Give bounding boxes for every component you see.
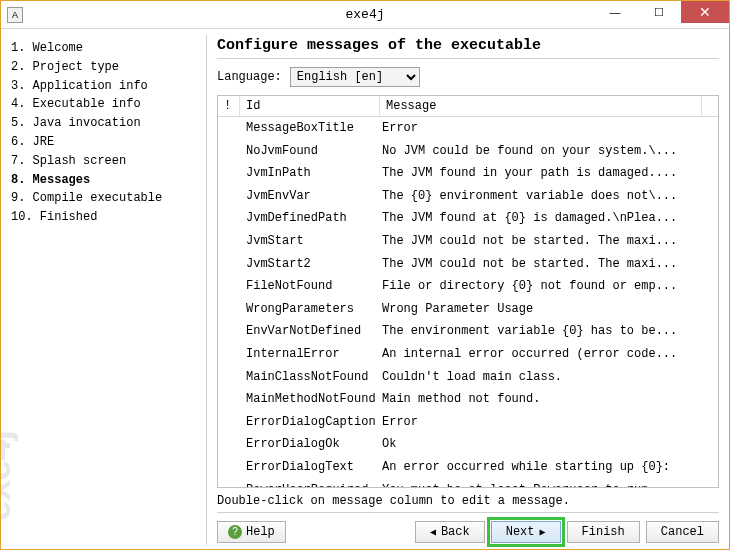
sidebar-item-step-3[interactable]: 3. Application info [11, 77, 198, 96]
cell-mark [218, 368, 240, 387]
language-select[interactable]: English [en] [290, 67, 420, 87]
title-bar: A exe4j — ☐ ✕ [1, 1, 729, 29]
sidebar-item-step-8[interactable]: 8. Messages [11, 171, 198, 190]
maximize-button[interactable]: ☐ [637, 1, 681, 23]
cell-message[interactable]: Main method not found. [380, 390, 718, 409]
table-row[interactable]: FileNotFoundFile or directory {0} not fo… [218, 275, 718, 298]
cell-id: MainClassNotFound [240, 368, 380, 387]
cell-mark [218, 322, 240, 341]
cell-mark [218, 435, 240, 454]
cell-mark [218, 481, 240, 488]
table-row[interactable]: MessageBoxTitleError [218, 117, 718, 140]
messages-table: ! Id Message MessageBoxTitleErrorNoJvmFo… [217, 95, 719, 488]
table-row[interactable]: JvmStartThe JVM could not be started. Th… [218, 230, 718, 253]
cell-message[interactable]: Ok [380, 435, 718, 454]
cell-id: FileNotFound [240, 277, 380, 296]
table-row[interactable]: MainClassNotFoundCouldn't load main clas… [218, 366, 718, 389]
sidebar-item-step-1[interactable]: 1. Welcome [11, 39, 198, 58]
window-title: exe4j [345, 7, 384, 22]
window-controls: — ☐ ✕ [593, 1, 729, 28]
sidebar-item-step-6[interactable]: 6. JRE [11, 133, 198, 152]
app-icon: A [7, 7, 23, 23]
sidebar-item-step-2[interactable]: 2. Project type [11, 58, 198, 77]
sidebar-item-step-7[interactable]: 7. Splash screen [11, 152, 198, 171]
cell-message[interactable]: Error [380, 413, 718, 432]
cell-mark [218, 390, 240, 409]
finish-label: Finish [582, 525, 625, 539]
table-row[interactable]: ErrorDialogOkOk [218, 433, 718, 456]
table-row[interactable]: MainMethodNotFoundMain method not found. [218, 388, 718, 411]
table-row[interactable]: JvmDefinedPathThe JVM found at {0} is da… [218, 207, 718, 230]
cell-id: WrongParameters [240, 300, 380, 319]
help-label: Help [246, 525, 275, 539]
cancel-label: Cancel [661, 525, 704, 539]
cell-id: NoJvmFound [240, 142, 380, 161]
table-row[interactable]: JvmStart2The JVM could not be started. T… [218, 253, 718, 276]
cell-mark [218, 300, 240, 319]
table-row[interactable]: PowerUserRequiredYou must be at least Po… [218, 479, 718, 488]
column-spacer [702, 96, 718, 116]
next-label: Next [506, 525, 535, 539]
cell-message[interactable]: You must be at least Poweruser to run ..… [380, 481, 718, 488]
arrow-left-icon: ◀ [430, 526, 436, 538]
cell-message[interactable]: Couldn't load main class. [380, 368, 718, 387]
table-row[interactable]: JvmEnvVarThe {0} environment variable do… [218, 185, 718, 208]
main-panel: Configure messages of the executable Lan… [207, 29, 729, 550]
hint-text: Double-click on message column to edit a… [217, 488, 719, 512]
page-title: Configure messages of the executable [217, 37, 719, 59]
language-row: Language: English [en] [217, 67, 719, 87]
sidebar-item-step-9[interactable]: 9. Compile executable [11, 189, 198, 208]
table-body[interactable]: MessageBoxTitleErrorNoJvmFoundNo JVM cou… [218, 117, 718, 487]
table-row[interactable]: JvmInPathThe JVM found in your path is d… [218, 162, 718, 185]
cell-id: JvmEnvVar [240, 187, 380, 206]
cell-message[interactable]: The JVM could not be started. The maxi..… [380, 255, 718, 274]
table-row[interactable]: InternalErrorAn internal error occurred … [218, 343, 718, 366]
column-id[interactable]: Id [240, 96, 380, 116]
cell-mark [218, 277, 240, 296]
cell-mark [218, 345, 240, 364]
cell-id: InternalError [240, 345, 380, 364]
column-message[interactable]: Message [380, 96, 702, 116]
table-row[interactable]: NoJvmFoundNo JVM could be found on your … [218, 140, 718, 163]
help-icon: ? [228, 525, 242, 539]
cell-message[interactable]: An error occurred while starting up {0}: [380, 458, 718, 477]
cell-message[interactable]: The JVM found at {0} is damaged.\nPlea..… [380, 209, 718, 228]
cell-id: ErrorDialogOk [240, 435, 380, 454]
column-mark[interactable]: ! [218, 96, 240, 116]
cell-message[interactable]: Wrong Parameter Usage [380, 300, 718, 319]
cell-id: JvmInPath [240, 164, 380, 183]
cell-mark [218, 187, 240, 206]
cell-message[interactable]: No JVM could be found on your system.\..… [380, 142, 718, 161]
cell-mark [218, 255, 240, 274]
cancel-button[interactable]: Cancel [646, 521, 719, 543]
cell-message[interactable]: The environment variable {0} has to be..… [380, 322, 718, 341]
table-row[interactable]: EnvVarNotDefinedThe environment variable… [218, 320, 718, 343]
cell-message[interactable]: An internal error occurred (error code..… [380, 345, 718, 364]
cell-mark [218, 413, 240, 432]
back-label: Back [441, 525, 470, 539]
sidebar-item-step-10[interactable]: 10. Finished [11, 208, 198, 227]
sidebar-item-step-5[interactable]: 5. Java invocation [11, 114, 198, 133]
table-row[interactable]: ErrorDialogTextAn error occurred while s… [218, 456, 718, 479]
cell-mark [218, 232, 240, 251]
table-row[interactable]: WrongParametersWrong Parameter Usage [218, 298, 718, 321]
help-button[interactable]: ? Help [217, 521, 286, 543]
sidebar-item-step-4[interactable]: 4. Executable info [11, 95, 198, 114]
finish-button[interactable]: Finish [567, 521, 640, 543]
cell-message[interactable]: The {0} environment variable does not\..… [380, 187, 718, 206]
cell-id: MessageBoxTitle [240, 119, 380, 138]
cell-message[interactable]: The JVM found in your path is damaged...… [380, 164, 718, 183]
cell-mark [218, 119, 240, 138]
brand-logo: exe4j [0, 431, 19, 521]
next-button[interactable]: Next ▶ [491, 521, 561, 543]
cell-id: JvmStart [240, 232, 380, 251]
cell-message[interactable]: Error [380, 119, 718, 138]
cell-mark [218, 142, 240, 161]
close-button[interactable]: ✕ [681, 1, 729, 23]
cell-message[interactable]: File or directory {0} not found or emp..… [380, 277, 718, 296]
table-row[interactable]: ErrorDialogCaptionError [218, 411, 718, 434]
cell-message[interactable]: The JVM could not be started. The maxi..… [380, 232, 718, 251]
back-button[interactable]: ◀ Back [415, 521, 485, 543]
minimize-button[interactable]: — [593, 1, 637, 23]
arrow-right-icon: ▶ [540, 526, 546, 538]
